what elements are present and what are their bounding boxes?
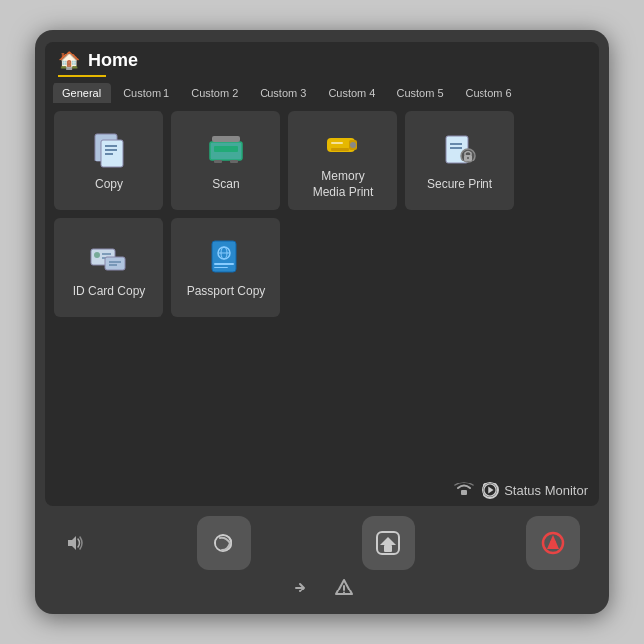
passport-copy-icon — [204, 235, 248, 278]
grid-row-2: ID Card Copy Passport Cop — [54, 218, 590, 317]
svg-rect-14 — [331, 142, 343, 144]
svg-marker-36 — [488, 487, 493, 494]
screen-title: Home — [88, 51, 138, 71]
svg-point-47 — [343, 592, 345, 594]
tab-custom2[interactable]: Custom 2 — [181, 83, 248, 103]
speaker-icon — [64, 532, 86, 554]
grid-row-1: Copy Scan — [54, 111, 590, 210]
secure-print-icon — [438, 128, 482, 171]
sleep-button[interactable] — [197, 516, 251, 570]
network-icon — [454, 481, 474, 500]
memory-media-print-icon — [321, 120, 365, 163]
svg-rect-7 — [212, 136, 240, 142]
secure-print-label: Secure Print — [427, 177, 492, 193]
id-card-copy-icon — [87, 235, 131, 278]
screen-header: 🏠 Home — [45, 42, 599, 75]
memory-media-print-button[interactable]: MemoryMedia Print — [288, 111, 397, 210]
svg-point-22 — [94, 252, 100, 258]
tab-custom1[interactable]: Custom 1 — [113, 83, 179, 103]
tab-custom5[interactable]: Custom 5 — [386, 83, 453, 103]
svg-marker-40 — [380, 537, 396, 545]
svg-rect-8 — [214, 160, 222, 163]
passport-copy-button[interactable]: Passport Copy — [171, 218, 280, 317]
svg-marker-37 — [68, 536, 76, 550]
svg-rect-33 — [214, 267, 228, 268]
tab-custom6[interactable]: Custom 6 — [456, 83, 522, 103]
status-bar: Status Monitor — [45, 477, 599, 506]
id-card-copy-button[interactable]: ID Card Copy — [54, 218, 163, 317]
svg-rect-41 — [384, 545, 392, 552]
scan-label: Scan — [212, 177, 239, 193]
scan-button[interactable]: Scan — [171, 111, 280, 210]
tab-bar: General Custom 1 Custom 2 Custom 3 Custo… — [45, 77, 599, 103]
svg-rect-25 — [105, 257, 125, 270]
forward-arrow-icon — [290, 578, 310, 602]
passport-copy-label: Passport Copy — [187, 284, 266, 300]
copy-icon — [87, 128, 131, 171]
status-monitor-button[interactable]: Status Monitor — [482, 482, 588, 499]
svg-rect-13 — [331, 148, 349, 151]
bottom-nav-icons — [290, 574, 354, 604]
warning-icon — [334, 578, 354, 602]
bottom-controls — [45, 512, 599, 574]
screen: 🏠 Home General Custom 1 Custom 2 Custom … — [45, 42, 599, 506]
home-button[interactable] — [362, 516, 415, 570]
svg-point-44 — [550, 540, 556, 546]
home-screen-icon: 🏠 — [58, 50, 80, 71]
scan-icon — [204, 128, 248, 171]
tab-custom3[interactable]: Custom 3 — [250, 83, 316, 103]
status-monitor-label: Status Monitor — [504, 483, 588, 498]
svg-rect-32 — [214, 263, 234, 265]
svg-rect-34 — [461, 490, 467, 495]
svg-point-20 — [467, 157, 469, 159]
copy-label: Copy — [95, 177, 123, 193]
svg-rect-9 — [230, 160, 238, 163]
memory-media-print-label: MemoryMedia Print — [313, 169, 374, 200]
status-monitor-icon — [482, 482, 499, 499]
id-card-copy-label: ID Card Copy — [73, 284, 146, 300]
secure-print-button[interactable]: Secure Print — [405, 111, 514, 210]
reset-button[interactable] — [526, 516, 580, 570]
copy-button[interactable]: Copy — [54, 111, 163, 210]
svg-rect-6 — [214, 146, 238, 152]
tab-custom4[interactable]: Custom 4 — [318, 83, 384, 103]
svg-point-12 — [350, 142, 356, 148]
device-frame: 🏠 Home General Custom 1 Custom 2 Custom … — [35, 30, 609, 614]
app-grid: Copy Scan — [45, 103, 599, 477]
tab-general[interactable]: General — [53, 83, 111, 103]
